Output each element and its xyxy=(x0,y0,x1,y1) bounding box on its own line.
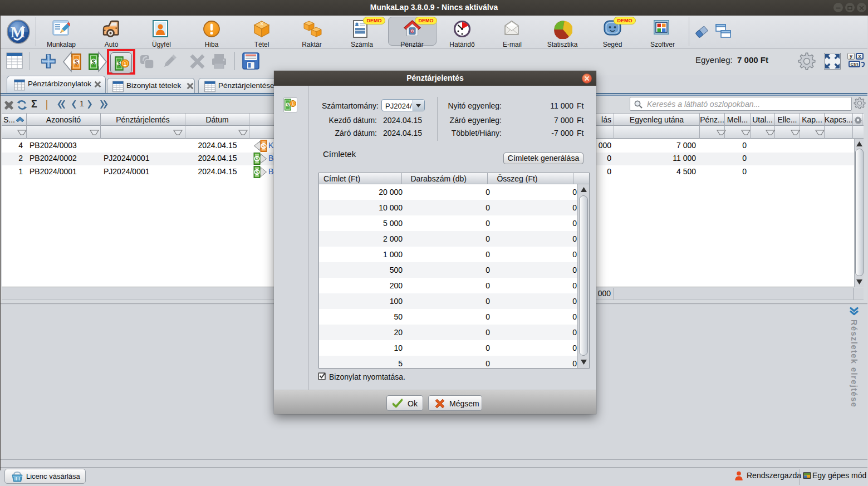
svg-text:$: $ xyxy=(256,156,259,162)
svg-text:$: $ xyxy=(287,102,290,107)
svg-text:1: 1 xyxy=(292,101,295,106)
svg-text:$: $ xyxy=(75,58,79,66)
svg-text:1: 1 xyxy=(124,61,126,67)
svg-text:$: $ xyxy=(117,61,121,67)
svg-text:$: $ xyxy=(262,143,266,149)
svg-text:$: $ xyxy=(256,169,259,175)
svg-text:$: $ xyxy=(92,58,96,66)
